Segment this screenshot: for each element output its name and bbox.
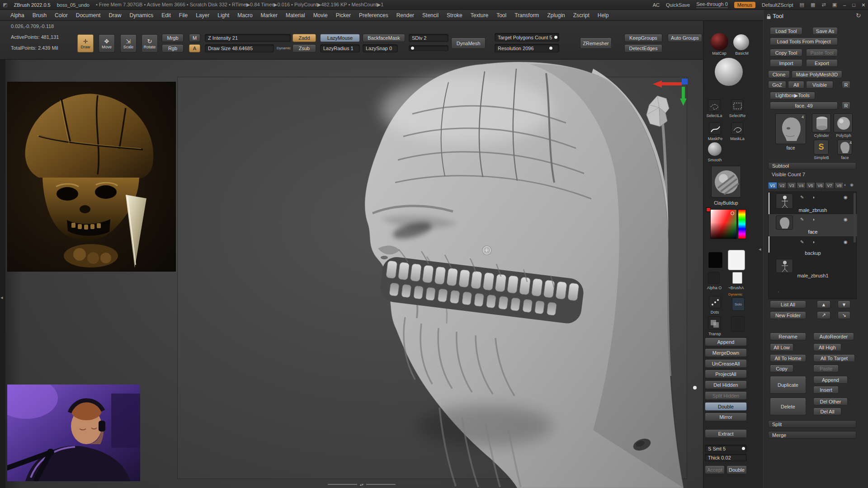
menu-tool[interactable]: Tool: [492, 11, 510, 20]
new-folder-button[interactable]: New Folder: [770, 311, 806, 319]
secondary-color-swatch[interactable]: [728, 250, 745, 270]
goz-visible-button[interactable]: Visible: [806, 81, 833, 89]
save-as-button[interactable]: Save As: [812, 27, 838, 35]
tool-r-button[interactable]: R: [842, 102, 850, 109]
current-material-button[interactable]: [715, 58, 743, 86]
thick-slider[interactable]: Thick 0.02: [705, 454, 747, 461]
move-out-folder-button[interactable]: ↘: [838, 311, 850, 319]
solo-view-button[interactable]: [731, 316, 745, 332]
polypaint-icon[interactable]: ◑: [812, 217, 817, 222]
visibility-eye-icon[interactable]: ◉: [844, 239, 850, 244]
rgb-button[interactable]: Rgb: [162, 44, 184, 52]
tool-thumb-polysphere[interactable]: [834, 113, 853, 132]
layout-icon[interactable]: ▣: [832, 2, 837, 8]
export-button[interactable]: Export: [806, 59, 838, 67]
split-section-header[interactable]: Split: [768, 420, 856, 428]
vtab-v6[interactable]: V6: [816, 182, 825, 189]
menu-texture[interactable]: Texture: [467, 11, 492, 20]
menu-marker[interactable]: Marker: [257, 11, 282, 20]
del-other-button[interactable]: Del Other: [813, 398, 848, 405]
append-button[interactable]: Append: [705, 338, 747, 346]
move-to-folder-button[interactable]: ↗: [817, 311, 830, 319]
palette-reload-icon[interactable]: ↻: [856, 12, 861, 19]
menu-dynamics[interactable]: Dynamics: [125, 11, 157, 20]
menu-macro[interactable]: Macro: [233, 11, 256, 20]
menu-transform[interactable]: Transform: [510, 11, 543, 20]
mrgb-button[interactable]: Mrgb: [162, 34, 184, 42]
clone-button[interactable]: Clone: [768, 70, 790, 78]
duplicate-button[interactable]: Duplicate: [770, 376, 806, 394]
load-tools-from-project-button[interactable]: Load Tools From Project: [770, 38, 838, 45]
double-button[interactable]: Double: [705, 402, 747, 411]
rename-button[interactable]: Rename: [770, 333, 806, 340]
menu-stencil[interactable]: Stencil: [418, 11, 443, 20]
subtool-paint-icons[interactable]: ✎: [800, 217, 806, 222]
tool-thumb-simplebrush[interactable]: S: [814, 140, 829, 155]
a-button[interactable]: A: [189, 44, 200, 52]
alpha-off-button[interactable]: [708, 272, 720, 284]
menu-zscript[interactable]: Zscript: [569, 11, 594, 20]
menu-material[interactable]: Material: [282, 11, 309, 20]
all-to-target-button[interactable]: All To Target: [813, 354, 855, 362]
detectedges-button[interactable]: DetectEdges: [624, 44, 662, 52]
menus-toggle[interactable]: Menus: [734, 2, 755, 8]
dynamesh-button[interactable]: DynaMesh: [451, 38, 486, 49]
menu-document[interactable]: Document: [72, 11, 105, 20]
s-smt-slider[interactable]: S Smt 5: [705, 445, 747, 452]
list-all-button[interactable]: List All: [770, 300, 806, 308]
copy-subtool-button[interactable]: Copy: [770, 365, 793, 372]
close-button[interactable]: ×: [862, 1, 865, 9]
subtool-scrollbar[interactable]: [854, 193, 856, 243]
zsub-button[interactable]: Zsub: [292, 44, 316, 52]
grid-icon[interactable]: ▦: [811, 2, 815, 8]
polypaint-icon[interactable]: ◑: [812, 195, 817, 200]
lazysnap-slider[interactable]: LazySnap 0: [363, 44, 398, 52]
rotate-mode-button[interactable]: ↻ Rotate: [142, 34, 158, 52]
subtool-paint-icons[interactable]: ✎: [800, 239, 806, 244]
menu-light[interactable]: Light: [213, 11, 233, 20]
merge-section-header[interactable]: Merge: [768, 431, 856, 439]
ac-button[interactable]: AC: [653, 2, 660, 8]
matcap-button[interactable]: [711, 33, 728, 51]
delhidden-button[interactable]: Del Hidden: [705, 380, 747, 389]
vtab-v2[interactable]: V2: [778, 182, 787, 189]
scale-mode-button[interactable]: ⇲ Scale: [120, 34, 137, 52]
basic-material-button[interactable]: [733, 34, 749, 50]
left-tray-chevron-icon[interactable]: ◂: [0, 295, 3, 300]
lazymouse-button[interactable]: LazyMouse: [320, 34, 360, 42]
autogroups-button[interactable]: Auto Groups: [668, 34, 702, 42]
menu-color[interactable]: Color: [51, 11, 72, 20]
goz-all-button[interactable]: All: [788, 81, 804, 89]
paste-subtool-button[interactable]: Paste: [813, 365, 839, 372]
goz-button[interactable]: GoZ: [768, 81, 786, 89]
stroke-dynamic-label[interactable]: Dynamic: [728, 292, 742, 296]
autoreorder-button[interactable]: AutoReorder: [813, 333, 854, 340]
splithidden-button[interactable]: Split Hidden: [705, 391, 747, 400]
visibility-eye-icon[interactable]: ◉: [844, 217, 850, 222]
import-button[interactable]: Import: [770, 59, 802, 67]
goz-r-button[interactable]: R: [842, 81, 850, 89]
z-intensity-slider[interactable]: Z Intensity 21: [205, 34, 291, 42]
menu-alpha[interactable]: Alpha: [6, 11, 28, 20]
vtab-v1[interactable]: V1: [768, 182, 777, 189]
canvas-bottom-handle[interactable]: ▴▾: [328, 482, 396, 487]
maximize-button[interactable]: □: [852, 2, 855, 8]
accept-button[interactable]: Accept: [705, 465, 725, 474]
tool-thumb-cylinder[interactable]: [812, 113, 831, 132]
subtool-row[interactable]: ✎ ◑ ◉ male_zbrush: [769, 192, 857, 214]
backfacemask-button[interactable]: BackfaceMask: [363, 34, 405, 42]
all-low-button[interactable]: All Low: [770, 343, 793, 351]
canvas-edge-handle[interactable]: [693, 386, 697, 389]
vtab-v5[interactable]: V5: [806, 182, 815, 189]
claybuildup-brush-button[interactable]: [711, 166, 741, 197]
append-subtool-button[interactable]: Append: [813, 376, 848, 384]
delete-button[interactable]: Delete: [770, 398, 806, 415]
projectall-button[interactable]: ProjectAll: [705, 370, 747, 378]
subtool-up-button[interactable]: ▲: [817, 300, 830, 308]
subtool-row-active[interactable]: ✎ ◑ ◉ face: [769, 214, 857, 236]
draw-size-slider[interactable]: Draw Size 48.64685: [205, 44, 274, 52]
solo-dynamic-button[interactable]: Solo: [732, 297, 745, 311]
polypaint-icon[interactable]: ◑: [812, 239, 817, 244]
m-button[interactable]: M: [189, 34, 200, 42]
menu-picker[interactable]: Picker: [332, 11, 355, 20]
